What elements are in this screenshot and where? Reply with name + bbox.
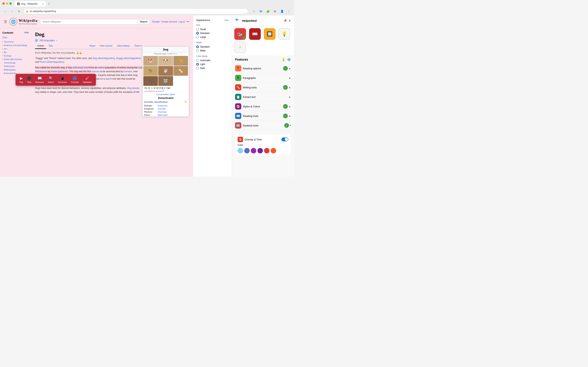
- color-purple[interactable]: [251, 148, 256, 153]
- toolbar-immersive[interactable]: 📱 Immersive: [56, 75, 69, 84]
- wiki-menu-icon[interactable]: ☰: [4, 20, 7, 24]
- writing-tools-expand[interactable]: ▲: [289, 86, 291, 89]
- bookmark-icon[interactable]: ☆: [251, 8, 257, 14]
- tab-read[interactable]: Read: [87, 43, 97, 49]
- wiki-search-button[interactable]: Search: [138, 19, 150, 25]
- color-orange-red[interactable]: [271, 148, 276, 153]
- donate-link[interactable]: Donate: [152, 20, 160, 23]
- writing-tools-toggle[interactable]: ✓: [283, 85, 288, 90]
- helperbird-add-app-button[interactable]: +: [234, 41, 246, 53]
- sidebar-item-top[interactable]: (Top): [2, 36, 29, 39]
- browser-tab-active[interactable]: 🐕 Dog - Wikipedia ✕: [15, 1, 46, 7]
- profile-icon[interactable]: 👤: [279, 8, 285, 14]
- toolbar-stop[interactable]: ⬛ Stop: [26, 75, 33, 84]
- toolbar-highlighter[interactable]: 🖊 Highlighter: [81, 75, 94, 84]
- reading-tools-expand[interactable]: ▲: [289, 115, 291, 117]
- maximize-window-button[interactable]: [9, 2, 12, 5]
- infobox-phylum-value[interactable]: Chordata: [158, 111, 166, 113]
- tab-view-history[interactable]: View history: [115, 43, 132, 49]
- tab-article[interactable]: Article: [35, 43, 46, 49]
- helperbird-app-light[interactable]: 💡: [278, 28, 290, 40]
- toolbar-translate[interactable]: 🌐 Translate: [69, 75, 80, 84]
- color-light-blue[interactable]: [238, 148, 243, 153]
- extract-text-expand[interactable]: ▲: [289, 96, 291, 98]
- infobox-domain-value[interactable]: Eukaryota: [158, 104, 167, 107]
- color-dark-purple[interactable]: [258, 148, 263, 153]
- styles-colors-expand[interactable]: ▲: [289, 105, 291, 108]
- text-standard-radio[interactable]: [196, 32, 199, 34]
- doggy-disambig-link[interactable]: Doggy (disambiguation): [116, 57, 141, 60]
- tab-talk[interactable]: Talk: [46, 43, 55, 49]
- width-standard-radio[interactable]: [196, 45, 199, 48]
- color-light-radio[interactable]: [196, 63, 199, 66]
- sidebar-item-bibliography[interactable]: Bibliography: [2, 68, 29, 71]
- color-auto-option[interactable]: Automatic: [196, 58, 229, 62]
- text-small-option[interactable]: Small: [196, 27, 229, 31]
- dyslexia-tools-expand[interactable]: ▾: [290, 124, 291, 127]
- toolbar-search[interactable]: 🔍 Search: [46, 75, 56, 84]
- species-link[interactable]: species: [92, 70, 100, 73]
- width-wide-radio[interactable]: [196, 49, 199, 52]
- sidebar-item-terminology[interactable]: Terminology: [2, 61, 29, 65]
- helperbird-extension-icon[interactable]: 🐦: [258, 8, 264, 14]
- overlay-toggle[interactable]: [281, 137, 288, 141]
- dog-disambig-link[interactable]: Dog (disambiguation): [93, 57, 115, 60]
- color-indigo[interactable]: [244, 148, 250, 153]
- edit-classification-icon[interactable]: ✏️: [184, 101, 187, 103]
- color-auto-radio[interactable]: [196, 59, 199, 62]
- helperbird-app-keyboard[interactable]: ⌨️: [249, 28, 261, 40]
- helperbird-close-button[interactable]: ✕: [288, 19, 291, 23]
- menu-icon[interactable]: ⋮: [286, 8, 292, 14]
- sidebar-item-taxonomy[interactable]: ›Taxonomy: [2, 40, 29, 43]
- sidebar-item-references[interactable]: References: [2, 65, 29, 68]
- dog-breeds-link[interactable]: Dog breeds: [127, 87, 139, 90]
- starch-link[interactable]: starch: [105, 77, 112, 80]
- log-in-link[interactable]: Log in: [179, 20, 185, 23]
- tab-close-button[interactable]: ✕: [42, 3, 43, 5]
- reload-button[interactable]: ↻: [16, 8, 22, 14]
- text-large-radio[interactable]: [196, 36, 199, 38]
- helperbird-app-reading[interactable]: 📚 ✓: [234, 28, 246, 40]
- appearance-hide-button[interactable]: hide: [225, 19, 229, 21]
- back-button[interactable]: ‹: [2, 8, 8, 14]
- color-light-option[interactable]: Light: [196, 62, 229, 66]
- infobox-kingdom-value[interactable]: Animalia: [158, 108, 166, 110]
- extension-icon[interactable]: 🧩: [265, 8, 271, 14]
- tab-tools[interactable]: Tools ▾: [132, 43, 144, 49]
- selectively-bred-link[interactable]: selectively bred: [72, 66, 89, 69]
- sidebar-item-be[interactable]: ›Be...: [2, 50, 29, 54]
- text-standard-option[interactable]: Standard: [196, 31, 229, 35]
- extinct-link[interactable]: extinct: [98, 66, 105, 69]
- width-standard-option[interactable]: Standard: [196, 45, 229, 49]
- infobox-class-value[interactable]: Mammalia: [158, 114, 168, 116]
- text-large-option[interactable]: Large: [196, 35, 229, 39]
- create-account-link[interactable]: Create account: [161, 20, 177, 23]
- sidebar-item-ecology[interactable]: ›Ecology: [2, 54, 29, 58]
- minimize-window-button[interactable]: [6, 2, 8, 5]
- hunter-gatherers-link[interactable]: hunter-gatherers: [51, 70, 68, 73]
- more-options-icon[interactable]: •••: [186, 20, 189, 23]
- helperbird-pin-button[interactable]: 📌: [284, 19, 287, 22]
- color-dark-radio[interactable]: [196, 67, 199, 69]
- helperbird-app-overlay[interactable]: 🔲: [264, 28, 276, 40]
- language-selector[interactable]: 🌐 269 languages ›: [35, 39, 144, 42]
- width-wide-option[interactable]: Wide: [196, 49, 229, 53]
- reading-options-expand[interactable]: ▲: [289, 67, 291, 70]
- humans-link[interactable]: humans: [124, 70, 132, 73]
- close-window-button[interactable]: [2, 2, 5, 5]
- sidebar-item-anatomy[interactable]: ›Anatomy and physiology: [2, 43, 29, 47]
- reading-tools-toggle[interactable]: ✓: [283, 114, 288, 118]
- wiki-search-input[interactable]: [40, 19, 138, 25]
- color-dark-option[interactable]: Dark: [196, 66, 229, 70]
- infobox-sci-classification[interactable]: Scientific classification ✏️: [143, 100, 189, 104]
- sidebar-hide-button[interactable]: hide: [24, 31, 29, 34]
- color-red[interactable]: [264, 148, 269, 153]
- features-gear-icon[interactable]: ⚙️: [287, 58, 291, 61]
- styles-colors-toggle[interactable]: ✓: [283, 104, 288, 109]
- split-view-icon[interactable]: ⊞: [272, 8, 278, 14]
- tab-view-source[interactable]: View source: [97, 43, 115, 49]
- paragraphs-expand[interactable]: ▲: [289, 76, 291, 79]
- text-small-radio[interactable]: [196, 28, 199, 31]
- address-bar[interactable]: 🔒: [23, 8, 248, 14]
- forward-button[interactable]: ›: [9, 8, 15, 14]
